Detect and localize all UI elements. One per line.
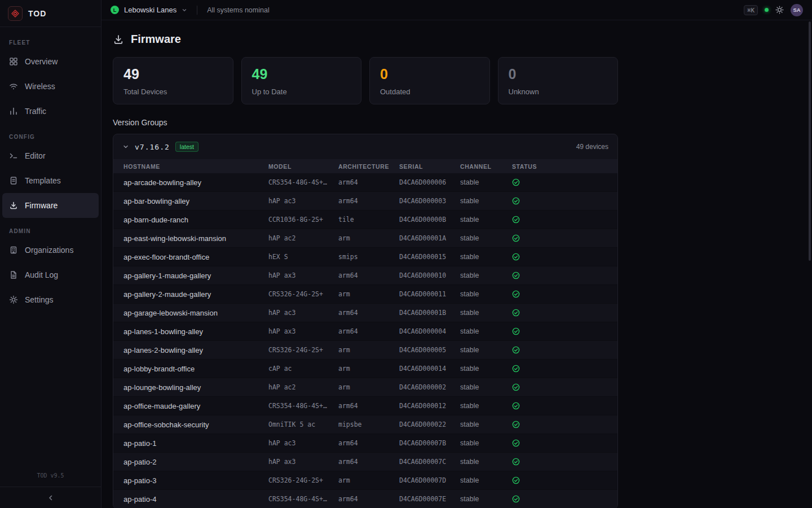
table-row[interactable]: ap-office-maude-gallery CRS354-48G-4S+… …: [113, 397, 617, 415]
download-icon: [113, 34, 124, 45]
sidebar-collapse-button[interactable]: [0, 487, 101, 508]
sidebar-item-templates[interactable]: Templates: [2, 168, 99, 193]
model-cell: hAP ac2: [268, 383, 338, 391]
topbar-divider: [197, 6, 197, 15]
column-header-hostname: HOSTNAME: [123, 163, 268, 170]
stat-label: Total Devices: [123, 87, 223, 96]
hostname-cell: ap-office-maude-gallery: [123, 402, 268, 410]
status-ok-icon: [512, 197, 520, 205]
file-icon: [9, 176, 18, 185]
chevron-down-icon[interactable]: [182, 7, 187, 13]
download-icon: [9, 201, 18, 210]
document-icon: [9, 270, 18, 279]
table-row[interactable]: ap-lobby-brandt-office cAP ac arm D4CA6D…: [113, 360, 617, 378]
sidebar-item-wireless[interactable]: Wireless: [2, 74, 99, 99]
org-switcher[interactable]: Lebowski Lanes: [124, 6, 176, 14]
sidebar-item-audit-log[interactable]: Audit Log: [2, 262, 99, 287]
version-group-header[interactable]: v7.16.2 latest 49 devices: [113, 134, 617, 159]
sidebar-item-organizations[interactable]: Organizations: [2, 238, 99, 262]
architecture-cell: arm64: [338, 327, 399, 335]
sidebar-item-label: Wireless: [25, 82, 55, 91]
grid-icon: [9, 57, 18, 66]
channel-cell: stable: [460, 476, 512, 484]
model-cell: hAP ac3: [268, 309, 338, 317]
serial-cell: D4CA6D000011: [399, 290, 460, 298]
model-cell: CRS326-24G-2S+: [268, 290, 338, 298]
architecture-cell: arm: [338, 290, 399, 298]
table-row[interactable]: ap-lounge-bowling-alley hAP ac2 arm D4CA…: [113, 378, 617, 397]
table-row[interactable]: ap-lanes-1-bowling-alley hAP ax3 arm64 D…: [113, 322, 617, 341]
hostname-cell: ap-lounge-bowling-alley: [123, 383, 268, 392]
architecture-cell: arm: [338, 383, 399, 391]
channel-cell: stable: [460, 309, 512, 317]
stat-card-up-to-date: 49 Up to Date: [241, 57, 362, 104]
table-row[interactable]: ap-patio-2 hAP ax3 arm64 D4CA6D00007C st…: [113, 453, 617, 471]
sidebar-item-firmware[interactable]: Firmware: [2, 193, 99, 218]
table-row[interactable]: ap-office-sobchak-security OmniTIK 5 ac …: [113, 415, 617, 434]
architecture-cell: arm64: [338, 197, 399, 205]
hostname-cell: ap-office-sobchak-security: [123, 421, 268, 429]
sidebar-item-settings[interactable]: Settings: [2, 287, 99, 312]
table-row[interactable]: ap-patio-1 hAP ac3 arm64 D4CA6D00007B st…: [113, 434, 617, 453]
channel-cell: stable: [460, 383, 512, 391]
hostname-cell: ap-garage-lebowski-mansion: [123, 309, 268, 317]
hostname-cell: ap-lanes-1-bowling-alley: [123, 327, 268, 336]
architecture-cell: arm64: [338, 439, 399, 447]
status-cell: [512, 290, 607, 298]
hostname-cell: ap-patio-1: [123, 439, 268, 448]
user-avatar[interactable]: SA: [791, 4, 803, 16]
channel-cell: stable: [460, 197, 512, 205]
architecture-cell: arm64: [338, 309, 399, 317]
table-row[interactable]: ap-bar-bowling-alley hAP ac3 arm64 D4CA6…: [113, 192, 617, 211]
model-cell: CRS326-24G-2S+: [268, 476, 338, 484]
architecture-cell: arm: [338, 234, 399, 242]
table-row[interactable]: ap-patio-3 CRS326-24G-2S+ arm D4CA6D0000…: [113, 471, 617, 490]
sidebar-item-label: Settings: [25, 295, 54, 304]
serial-cell: D4CA6D00007D: [399, 476, 460, 484]
serial-cell: D4CA6D000012: [399, 402, 460, 410]
table-row[interactable]: ap-arcade-bowling-alley CRS354-48G-4S+… …: [113, 173, 617, 192]
table-row[interactable]: ap-lanes-2-bowling-alley CRS326-24G-2S+ …: [113, 341, 617, 360]
serial-cell: D4CA6D00007B: [399, 439, 460, 447]
status-ok-icon: [512, 476, 520, 484]
architecture-cell: arm: [338, 476, 399, 484]
model-cell: CRS354-48G-4S+…: [268, 495, 338, 503]
table-row[interactable]: ap-gallery-2-maude-gallery CRS326-24G-2S…: [113, 285, 617, 304]
sidebar-item-label: Editor: [25, 151, 46, 160]
table-row[interactable]: ap-east-wing-lebowski-mansion hAP ac2 ar…: [113, 229, 617, 248]
sidebar-item-label: Templates: [25, 176, 61, 185]
channel-cell: stable: [460, 421, 512, 428]
table-row[interactable]: ap-gallery-1-maude-gallery hAP ax3 arm64…: [113, 266, 617, 285]
hostname-cell: ap-bar-bowling-alley: [123, 197, 268, 205]
page-content: Firmware 49 Total Devices 49 Up to Date …: [102, 20, 618, 508]
channel-cell: stable: [460, 365, 512, 373]
sidebar-item-traffic[interactable]: Traffic: [2, 99, 99, 124]
status-cell: [512, 365, 607, 373]
column-header-serial: SERIAL: [399, 163, 460, 170]
theme-toggle-icon[interactable]: [775, 6, 784, 14]
vertical-scrollbar[interactable]: [809, 21, 811, 261]
serial-cell: D4CA6D000003: [399, 197, 460, 205]
serial-cell: D4CA6D000014: [399, 365, 460, 373]
status-ok-icon: [512, 383, 520, 391]
hostname-cell: ap-patio-3: [123, 476, 268, 485]
table-row[interactable]: ap-garage-lebowski-mansion hAP ac3 arm64…: [113, 304, 617, 322]
sidebar-item-overview[interactable]: Overview: [2, 49, 99, 74]
table-row[interactable]: ap-patio-4 CRS354-48G-4S+… arm64 D4CA6D0…: [113, 490, 617, 508]
status-cell: [512, 383, 607, 391]
status-ok-icon: [512, 234, 520, 242]
status-ok-icon: [512, 439, 520, 447]
table-row[interactable]: ap-exec-floor-brandt-office hEX S smips …: [113, 248, 617, 266]
column-header-model: MODEL: [268, 163, 338, 170]
chevron-down-icon[interactable]: [122, 143, 129, 150]
architecture-cell: arm: [338, 365, 399, 373]
sidebar-item-editor[interactable]: Editor: [2, 143, 99, 168]
model-cell: hAP ax3: [268, 458, 338, 466]
status-ok-icon: [512, 271, 520, 279]
stat-card-outdated: 0 Outdated: [369, 57, 490, 104]
table-row[interactable]: ap-barn-dude-ranch CCR1036-8G-2S+ tile D…: [113, 211, 617, 229]
model-cell: hAP ac3: [268, 439, 338, 447]
command-palette-shortcut[interactable]: ⌘K: [744, 5, 758, 15]
serial-cell: D4CA6D00001A: [399, 234, 460, 242]
status-cell: [512, 421, 607, 428]
